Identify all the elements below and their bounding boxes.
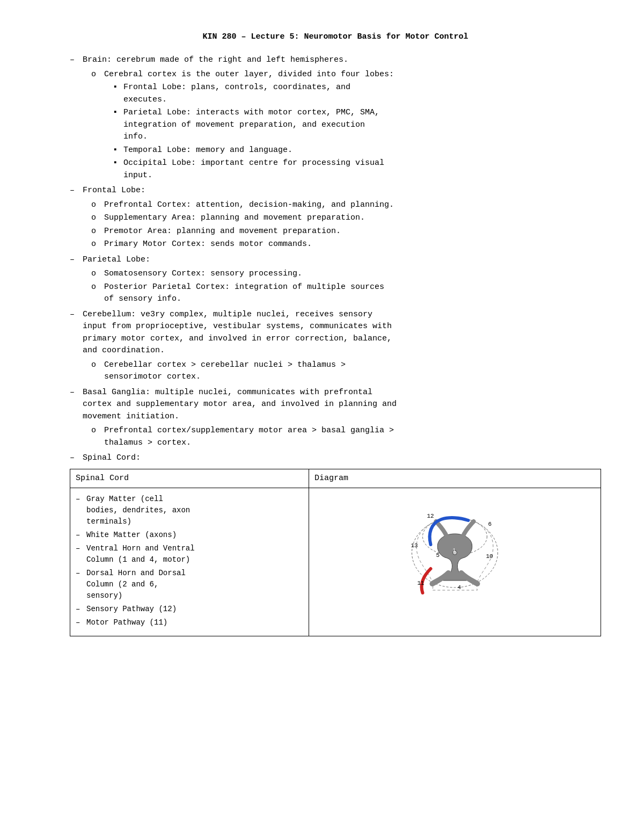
label-4: 4 [458, 584, 462, 591]
cerebellum-subsections: o Cerebellar cortex > cerebellar nuclei … [91, 359, 601, 383]
table-header-spinal: Spinal Cord [70, 469, 309, 488]
text-supplementary: Supplementary Area: planning and movemen… [104, 212, 601, 224]
label-12: 12 [427, 513, 434, 519]
bullet-somatosensory: o [91, 268, 104, 280]
text-frontal: Frontal Lobe: [83, 185, 601, 197]
list-item: o Premotor Area: planning and movement p… [91, 226, 601, 238]
text-premotor: Premotor Area: planning and movement pre… [104, 226, 601, 238]
item-motor-pathway: Motor Pathway (11) [86, 617, 167, 628]
text-occipital-lobe: Occipital Lobe: important centre for pro… [123, 157, 601, 182]
list-item: ▪ Frontal Lobe: plans, controls, coordin… [113, 82, 601, 106]
bullet: – [76, 617, 86, 628]
list-item: ▪ Parietal Lobe: interacts with motor co… [113, 107, 601, 143]
bullet: – [76, 604, 86, 615]
section-spinal: – Spinal Cord: [70, 452, 601, 465]
list-item: ▪ Temporal Lobe: memory and language. [113, 144, 601, 157]
text-cerebellar-cortex: Cerebellar cortex > cerebellar nuclei > … [104, 359, 601, 383]
section-frontal: – Frontal Lobe: o Prefrontal Cortex: att… [70, 185, 601, 251]
list-item: o Primary Motor Cortex: sends motor comm… [91, 238, 601, 251]
bullet-prefrontal: o [91, 199, 104, 212]
item-sensory-pathway: Sensory Pathway (12) [86, 604, 177, 615]
spinal-cord-table: Spinal Cord Diagram – Gray Matter (cellb… [70, 469, 601, 637]
list-item: – Sensory Pathway (12) [76, 604, 303, 615]
bullet-posterior: o [91, 281, 104, 306]
text-brain: Brain: cerebrum made of the right and le… [83, 54, 601, 67]
list-item: o Cerebellar cortex > cerebellar nuclei … [91, 359, 601, 383]
text-posterior: Posterior Parietal Cortex: integration o… [104, 281, 601, 306]
parietal-subsections: o Somatosensory Cortex: sensory processi… [91, 268, 601, 306]
bullet-spinal: – [70, 452, 83, 465]
text-cerebellum: Cerebellum: ve3ry complex, multiple nucl… [83, 309, 601, 357]
bullet: – [76, 543, 86, 565]
bullet-supplementary: o [91, 212, 104, 224]
text-parietal: Parietal Lobe: [83, 254, 601, 266]
text-spinal: Spinal Cord: [83, 452, 601, 465]
basal-subsections: o Prefrontal cortex/supplementary motor … [91, 425, 601, 449]
bullet-cerebellum: – [70, 309, 83, 357]
list-item: – White Matter (axons) [76, 530, 303, 541]
item-dorsal-horn: Dorsal Horn and DorsalColumn (2 and 6,se… [86, 568, 186, 601]
bullet-parietal-lobe: ▪ [113, 107, 123, 143]
text-somatosensory: Somatosensory Cortex: sensory processing… [104, 268, 601, 280]
bullet-temporal-lobe: ▪ [113, 144, 123, 157]
text-frontal-lobe: Frontal Lobe: plans, controls, coordinat… [123, 82, 601, 106]
bullet-frontal-lobe: ▪ [113, 82, 123, 106]
section-brain: – Brain: cerebrum made of the right and … [70, 54, 601, 182]
bullet-basal: – [70, 387, 83, 423]
list-item: o Supplementary Area: planning and movem… [91, 212, 601, 224]
text-cerebral: Cerebral cortex is the outer layer, divi… [104, 69, 601, 81]
list-item: – Ventral Horn and VentralColumn (1 and … [76, 543, 303, 565]
label-11: 11 [418, 580, 425, 586]
bullet: – [76, 494, 86, 527]
item-white-matter: White Matter (axons) [86, 530, 177, 541]
text-basal: Basal Ganglia: multiple nuclei, communic… [83, 387, 601, 423]
label-10: 10 [486, 553, 493, 560]
section-cerebellum: – Cerebellum: ve3ry complex, multiple nu… [70, 309, 601, 383]
label-13: 13 [411, 542, 418, 549]
page-title: KIN 280 – Lecture 5: Neuromotor Basis fo… [70, 32, 601, 41]
lobes-list: ▪ Frontal Lobe: plans, controls, coordin… [113, 82, 601, 182]
list-item: o Prefrontal cortex/supplementary motor … [91, 425, 601, 449]
main-content: – Brain: cerebrum made of the right and … [70, 54, 601, 636]
bullet-frontal: – [70, 185, 83, 197]
label-6: 6 [488, 521, 492, 527]
list-item: o Prefrontal Cortex: attention, decision… [91, 199, 601, 212]
diagram-cell: 12 6 13 5 10 11 1 [309, 488, 601, 636]
text-primary-motor: Primary Motor Cortex: sends motor comman… [104, 238, 601, 251]
spinal-diagram: 12 6 13 5 10 11 1 [314, 494, 595, 612]
label-1: 1 [453, 548, 456, 553]
list-item: – Motor Pathway (11) [76, 617, 303, 628]
bullet: – [76, 568, 86, 601]
label-5: 5 [436, 552, 440, 559]
list-item: o Posterior Parietal Cortex: integration… [91, 281, 601, 306]
bullet-cerebral: o [91, 69, 104, 81]
bullet-cerebellar-cortex: o [91, 359, 104, 383]
subsection-cerebral: o Cerebral cortex is the outer layer, di… [91, 69, 601, 182]
list-item: ▪ Occipital Lobe: important centre for p… [113, 157, 601, 182]
text-prefrontal: Prefrontal Cortex: attention, decision-m… [104, 199, 601, 212]
text-temporal-lobe: Temporal Lobe: memory and language. [123, 144, 601, 157]
text-prefrontal-cortex: Prefrontal cortex/supplementary motor ar… [104, 425, 601, 449]
bullet-premotor: o [91, 226, 104, 238]
item-gray-matter: Gray Matter (cellbodies, dendrites, axon… [86, 494, 190, 527]
list-item: – Gray Matter (cellbodies, dendrites, ax… [76, 494, 303, 527]
list-item: – Dorsal Horn and DorsalColumn (2 and 6,… [76, 568, 303, 601]
spinal-cord-svg: 12 6 13 5 10 11 1 [314, 494, 595, 612]
bullet: – [76, 530, 86, 541]
spinal-cord-info: – Gray Matter (cellbodies, dendrites, ax… [70, 488, 309, 636]
bullet-brain: – [70, 54, 83, 67]
bullet-occipital-lobe: ▪ [113, 157, 123, 182]
text-parietal-lobe: Parietal Lobe: interacts with motor cort… [123, 107, 601, 143]
section-parietal: – Parietal Lobe: o Somatosensory Cortex:… [70, 254, 601, 306]
frontal-subsections: o Prefrontal Cortex: attention, decision… [91, 199, 601, 251]
table-header-diagram: Diagram [309, 469, 601, 488]
bullet-parietal: – [70, 254, 83, 266]
bullet-prefrontal-cortex: o [91, 425, 104, 449]
item-ventral-horn: Ventral Horn and VentralColumn (1 and 4,… [86, 543, 195, 565]
list-item: o Somatosensory Cortex: sensory processi… [91, 268, 601, 280]
section-basal: – Basal Ganglia: multiple nuclei, commun… [70, 387, 601, 449]
bullet-primary-motor: o [91, 238, 104, 251]
